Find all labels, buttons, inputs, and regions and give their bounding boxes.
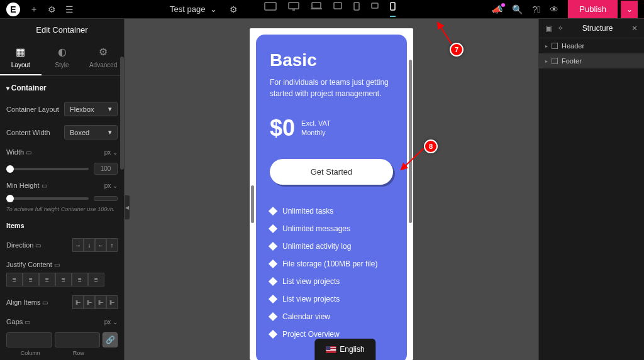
content-width-select[interactable]: Boxed▾ [64, 125, 118, 139]
tab-layout[interactable]: ▦Layout [0, 41, 42, 75]
navigator-item-header[interactable]: ▸Header [539, 38, 644, 53]
align-end[interactable]: ⊩ [95, 295, 106, 309]
gaps-unit[interactable]: px ⌄ [104, 319, 118, 325]
feature-item: Unlimited tasks [270, 207, 393, 215]
canvas: ◀ Basic For individuals or teams just ge… [125, 19, 538, 360]
min-height-input[interactable] [94, 196, 118, 201]
feature-item: Unlimited activity log [270, 242, 393, 251]
direction-column[interactable]: ↓ [84, 238, 95, 252]
feature-list: Unlimited tasks Unlimited messages Unlim… [270, 207, 393, 339]
direction-column-reverse[interactable]: ↑ [106, 238, 118, 252]
annotation-7: 7 [450, 43, 464, 57]
device-mobile-icon[interactable] [390, 2, 396, 17]
width-input[interactable]: 100 [94, 163, 118, 175]
align-label: Align Items ▭ [6, 298, 48, 306]
diamond-icon [269, 277, 277, 286]
diamond-icon [269, 312, 277, 321]
top-bar: E ＋ ⚙ ☰ Test page ⌄ ⚙ 📣 🔍 ?⃝ 👁 Publish ⌄ [0, 0, 644, 19]
gear-icon[interactable]: ⚙ [230, 4, 238, 14]
svg-rect-8 [391, 3, 395, 10]
layers-icon[interactable]: ☰ [65, 4, 74, 14]
justify-around[interactable]: ≡ [72, 273, 88, 286]
collapse-panel-button[interactable]: ◀ [124, 195, 130, 220]
gap-link-button[interactable]: 🔗 [103, 332, 118, 347]
pricing-card[interactable]: Basic For individuals or teams just gett… [256, 35, 407, 360]
justify-center[interactable]: ≡ [23, 273, 39, 286]
min-height-unit[interactable]: px ⌄ [104, 182, 118, 189]
align-start[interactable]: ⊩ [72, 295, 84, 309]
device-frame: Basic For individuals or teams just gett… [250, 28, 413, 360]
width-label: Width ▭ [6, 148, 31, 156]
page-selector[interactable]: Test page ⌄ ⚙ [170, 4, 238, 14]
responsive-devices [264, 2, 396, 17]
add-icon[interactable]: ＋ [30, 4, 38, 15]
svg-rect-3 [312, 3, 321, 8]
card-price-meta: Excl. VATMonthly [301, 119, 331, 138]
card-title: Basic [270, 50, 393, 70]
gap-row-input[interactable] [55, 332, 101, 347]
direction-label: Direction ▭ [6, 241, 41, 249]
justify-evenly[interactable]: ≡ [88, 273, 104, 286]
device-mobile-extra-icon[interactable] [371, 2, 379, 17]
justify-buttons: ≡≡≡≡≡≡ [6, 273, 104, 286]
direction-row-reverse[interactable]: ← [95, 238, 106, 252]
direction-row[interactable]: → [72, 238, 84, 252]
gap-column-input[interactable] [6, 332, 52, 347]
frame-scrollbar-left[interactable] [251, 185, 254, 223]
justify-end[interactable]: ≡ [39, 273, 55, 286]
search-icon[interactable]: 🔍 [512, 4, 523, 14]
device-widescreen-icon[interactable] [264, 2, 277, 17]
help-icon[interactable]: ?⃝ [532, 4, 540, 14]
announcements-icon[interactable]: 📣 [492, 4, 502, 14]
tab-style[interactable]: ◐Style [42, 41, 83, 75]
align-buttons: ⊩⊩⊩⊩ [72, 295, 118, 309]
elementor-logo[interactable]: E [6, 3, 20, 16]
svg-rect-1 [289, 3, 299, 9]
feature-item: File storage (100MB per file) [270, 259, 393, 268]
tab-advanced[interactable]: ⚙Advanced [82, 41, 124, 75]
frame-scrollbar-right[interactable] [409, 60, 412, 223]
align-stretch[interactable]: ⊩ [106, 295, 118, 309]
structure-panel: ▣✧ Structure ✕ ▸Header ▸Footer [538, 19, 644, 360]
section-container[interactable]: Container [0, 76, 124, 97]
close-icon[interactable]: ✕ [631, 24, 638, 33]
publish-options-button[interactable]: ⌄ [621, 1, 638, 18]
container-layout-select[interactable]: Flexbox▾ [64, 102, 118, 116]
min-height-slider[interactable] [6, 197, 89, 200]
structure-icon-1[interactable]: ▣ [545, 24, 552, 33]
navigator-item-footer[interactable]: ▸Footer [539, 53, 644, 68]
justify-label: Justify Content ▭ [6, 261, 60, 268]
publish-button[interactable]: Publish [568, 0, 618, 18]
device-desktop-icon[interactable] [288, 2, 299, 17]
feature-item: Calendar view [270, 312, 393, 321]
device-tablet-icon[interactable] [353, 2, 360, 17]
feature-item: Project Overview [270, 330, 393, 339]
structure-icon-2[interactable]: ✧ [557, 24, 564, 33]
container-layout-label: Container Layout [6, 106, 59, 113]
preview-icon[interactable]: 👁 [550, 4, 558, 14]
diamond-icon [269, 295, 277, 303]
chevron-down-icon: ⌄ [210, 4, 217, 14]
feature-item: List view projects [270, 277, 393, 286]
diamond-icon [269, 330, 277, 339]
gaps-label: Gaps ▭ [6, 318, 30, 325]
card-price: $0 [270, 115, 295, 141]
align-center[interactable]: ⊩ [84, 295, 95, 309]
settings-icon[interactable]: ⚙ [48, 4, 56, 14]
panel-scrollbar[interactable] [120, 57, 124, 170]
svg-rect-5 [334, 3, 341, 9]
width-slider[interactable] [6, 168, 89, 170]
width-unit[interactable]: px ⌄ [104, 149, 118, 156]
device-laptop-icon[interactable] [311, 2, 322, 17]
get-started-button[interactable]: Get Started [270, 159, 393, 185]
direction-buttons: → ↓ ← ↑ [72, 238, 118, 252]
feature-item: List view projects [270, 295, 393, 303]
language-label: English [340, 345, 364, 354]
justify-between[interactable]: ≡ [55, 273, 72, 286]
svg-rect-0 [265, 3, 276, 10]
panel-tabs: ▦Layout ◐Style ⚙Advanced [0, 41, 124, 76]
device-tablet-extra-icon[interactable] [333, 2, 342, 17]
justify-start[interactable]: ≡ [6, 273, 23, 286]
language-selector[interactable]: English [314, 339, 375, 360]
page-name: Test page [170, 4, 205, 14]
